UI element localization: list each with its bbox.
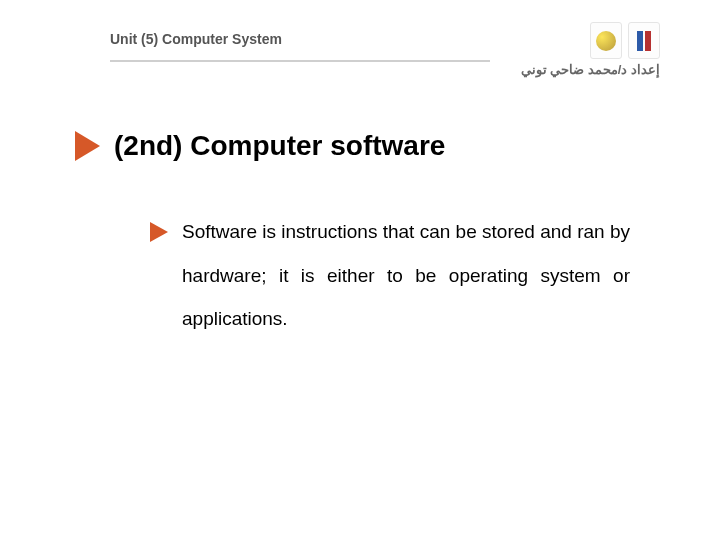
logo-group (590, 22, 660, 59)
header-divider (110, 60, 490, 62)
page-title: (2nd) Computer software (114, 130, 445, 162)
title-row: (2nd) Computer software (75, 130, 445, 162)
unit-label: Unit (5) Computer System (110, 31, 282, 47)
slide-container: Unit (5) Computer System إعداد د/محمد ضا… (0, 0, 720, 540)
emblem-circle-icon (590, 22, 622, 59)
org-bars-icon (628, 22, 660, 59)
triangle-right-icon (150, 222, 168, 242)
body-text: Software is instructions that can be sto… (182, 210, 630, 341)
author-label: إعداد د/محمد ضاحي توني (521, 62, 660, 77)
triangle-right-icon (75, 131, 100, 161)
body-block: Software is instructions that can be sto… (150, 210, 630, 341)
